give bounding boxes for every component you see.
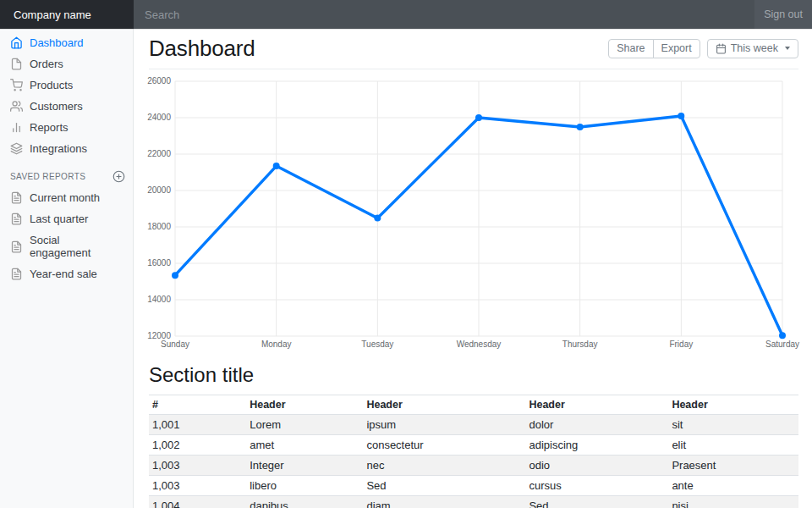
y-axis-tick-label: 26000 <box>147 76 171 86</box>
data-table: #HeaderHeaderHeaderHeader 1,001Loremipsu… <box>149 395 798 508</box>
chart-container: 2600024000220002000018000160001400012000… <box>149 75 798 354</box>
file-text-icon <box>10 240 23 253</box>
column-header: Header <box>363 395 525 415</box>
saved-report-year-end-sale[interactable]: Year-end sale <box>0 263 133 284</box>
share-export-group: Share Export <box>608 39 700 58</box>
saved-report-current-month[interactable]: Current month <box>0 187 133 208</box>
table-cell: nec <box>363 456 525 476</box>
table-cell: odio <box>525 456 668 476</box>
table-cell: amet <box>246 435 363 456</box>
file-text-icon <box>10 213 23 225</box>
section-title: Section title <box>149 362 798 387</box>
sidebar-nav: DashboardOrdersProductsCustomersReportsI… <box>0 32 133 159</box>
table-cell: cursus <box>525 476 668 496</box>
table-row: 1,002ametconsecteturadipiscingelit <box>149 435 798 456</box>
brand[interactable]: Company name <box>0 0 134 29</box>
table-cell: Sed <box>363 476 525 496</box>
sidebar-item-orders[interactable]: Orders <box>0 53 133 75</box>
sidebar-item-label: Current month <box>30 191 100 204</box>
table-cell: Sed <box>525 496 668 508</box>
bar-chart-icon <box>10 121 23 134</box>
data-point <box>172 272 178 279</box>
x-axis-tick-label: Saturday <box>765 340 799 349</box>
data-point <box>273 163 280 169</box>
table-row: 1,003liberoSedcursusante <box>149 476 798 496</box>
table-header-row: #HeaderHeaderHeaderHeader <box>149 395 798 415</box>
users-icon <box>10 100 23 113</box>
file-text-icon <box>10 268 23 280</box>
data-point <box>577 124 584 130</box>
data-point <box>374 215 381 222</box>
export-button[interactable]: Export <box>653 39 700 58</box>
x-axis-tick-label: Thursday <box>562 340 598 349</box>
main-content: Dashboard Share Export This week 2600024… <box>134 29 812 508</box>
sidebar-item-label: Products <box>30 79 73 91</box>
file-text-icon <box>10 191 23 204</box>
y-axis-tick-label: 20000 <box>147 185 171 195</box>
sidebar-item-label: Social engagement <box>30 234 123 259</box>
week-dropdown-label: This week <box>731 43 778 54</box>
x-axis-tick-label: Friday <box>669 340 693 349</box>
home-icon <box>10 36 23 49</box>
table-cell: 1,002 <box>149 435 246 456</box>
y-axis-tick-label: 16000 <box>147 258 171 268</box>
caret-down-icon <box>785 47 790 50</box>
table-head: #HeaderHeaderHeaderHeader <box>149 395 798 415</box>
table-cell: Lorem <box>246 415 363 435</box>
saved-reports-heading: Saved reports <box>10 172 85 181</box>
sidebar-item-products[interactable]: Products <box>0 75 133 96</box>
file-icon <box>10 58 23 70</box>
sidebar-item-label: Dashboard <box>30 36 84 49</box>
x-axis-tick-label: Monday <box>261 340 292 349</box>
sales-line-chart: 2600024000220002000018000160001400012000… <box>149 75 798 354</box>
search-input[interactable] <box>134 0 754 29</box>
column-header: Header <box>668 395 798 415</box>
data-point <box>475 114 482 121</box>
table-cell: adipiscing <box>525 435 668 456</box>
x-axis-tick-label: Sunday <box>161 340 189 349</box>
y-axis-tick-label: 14000 <box>147 295 171 304</box>
y-axis-tick-label: 24000 <box>147 113 171 122</box>
plus-circle-icon[interactable] <box>112 170 125 183</box>
sidebar-item-customers[interactable]: Customers <box>0 96 133 117</box>
sidebar-item-dashboard[interactable]: Dashboard <box>0 32 133 53</box>
saved-report-social-engagement[interactable]: Social engagement <box>0 229 133 263</box>
sidebar-item-label: Orders <box>30 58 63 70</box>
sidebar-item-label: Last quarter <box>30 213 88 225</box>
sign-out-link[interactable]: Sign out <box>754 0 812 29</box>
table-cell: 1,004 <box>149 496 246 508</box>
table-cell: nisi <box>668 496 798 508</box>
x-axis-tick-label: Tuesday <box>361 340 393 349</box>
saved-report-last-quarter[interactable]: Last quarter <box>0 208 133 229</box>
data-point <box>779 332 786 339</box>
share-button[interactable]: Share <box>608 39 653 58</box>
sidebar: DashboardOrdersProductsCustomersReportsI… <box>0 29 134 508</box>
table-body: 1,001Loremipsumdolorsit1,002ametconsecte… <box>149 415 798 508</box>
table-cell: Integer <box>246 456 363 476</box>
table-cell: 1,001 <box>149 415 246 435</box>
column-header: # <box>149 395 246 415</box>
shopping-cart-icon <box>10 79 23 91</box>
table-row: 1,001Loremipsumdolorsit <box>149 415 798 435</box>
table-row: 1,003IntegernecodioPraesent <box>149 456 798 476</box>
sidebar-item-label: Reports <box>30 121 69 134</box>
sidebar-item-integrations[interactable]: Integrations <box>0 138 133 159</box>
table-cell: consectetur <box>363 435 525 456</box>
week-dropdown-button[interactable]: This week <box>707 39 798 58</box>
top-navbar: Company name Sign out <box>0 0 812 29</box>
sidebar-item-label: Year-end sale <box>30 268 97 280</box>
table-cell: diam <box>363 496 525 508</box>
x-axis-tick-label: Wednesday <box>457 340 502 349</box>
table-cell: 1,003 <box>149 456 246 476</box>
page-title: Dashboard <box>149 36 255 61</box>
table-cell: 1,003 <box>149 476 246 496</box>
table-cell: ipsum <box>363 415 525 435</box>
table-cell: dolor <box>525 415 668 435</box>
sidebar-item-reports[interactable]: Reports <box>0 117 133 138</box>
table-cell: Praesent <box>668 456 798 476</box>
toolbar: Share Export This week <box>608 39 798 58</box>
column-header: Header <box>525 395 668 415</box>
y-axis-tick-label: 18000 <box>147 222 171 231</box>
sidebar-item-label: Customers <box>30 100 83 113</box>
y-axis-tick-label: 22000 <box>147 149 171 158</box>
